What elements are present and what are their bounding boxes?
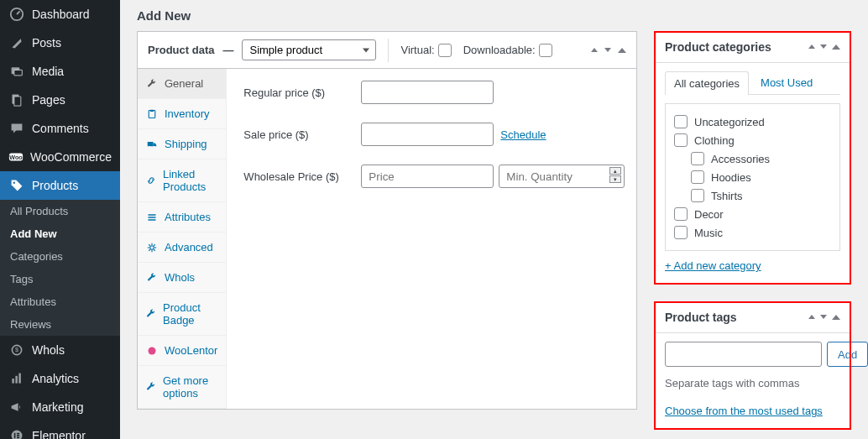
cat-item-decor[interactable]: Decor (674, 205, 831, 223)
move-up-icon[interactable] (808, 315, 815, 319)
menu-label: Media (32, 65, 64, 78)
menu-woocommerce[interactable]: WooWooCommerce (0, 143, 120, 171)
tab-linked[interactable]: Linked Products (138, 159, 226, 202)
menu-label: Elementor (32, 429, 86, 439)
downloadable-checkbox[interactable] (539, 44, 552, 57)
cat-checkbox[interactable] (674, 133, 688, 147)
products-icon (8, 177, 25, 194)
menu-media[interactable]: Media (0, 57, 120, 86)
cat-tab-all[interactable]: All categories (665, 71, 749, 95)
tab-inventory[interactable]: Inventory (138, 99, 226, 129)
submenu-add-new[interactable]: Add New (0, 222, 120, 245)
add-tag-button[interactable]: Add (827, 342, 868, 367)
menu-label: Posts (32, 36, 61, 50)
woocommerce-icon: Woo (8, 149, 24, 165)
menu-whols[interactable]: $Whols (0, 336, 120, 364)
spinner-up[interactable]: ▴ (609, 167, 621, 175)
spinner-down[interactable]: ▾ (609, 175, 621, 183)
move-down-icon[interactable] (820, 44, 827, 49)
svg-rect-23 (149, 214, 156, 216)
wholesale-price-input[interactable] (361, 165, 494, 188)
wrench-icon (146, 78, 158, 90)
pin-icon (8, 34, 25, 51)
choose-tags-link[interactable]: Choose from the most used tags (665, 405, 823, 417)
sale-price-input[interactable] (361, 123, 494, 146)
product-data-fields: Regular price ($) Sale price ($) Schedul… (227, 69, 641, 409)
virtual-checkbox[interactable] (438, 44, 452, 57)
cat-item-clothing[interactable]: Clothing (674, 131, 831, 149)
menu-analytics[interactable]: Analytics (0, 364, 120, 393)
menu-marketing[interactable]: Marketing (0, 393, 120, 421)
tab-badge[interactable]: Product Badge (138, 293, 226, 336)
downloadable-label[interactable]: Downloadable: (463, 44, 552, 57)
woolentor-icon (146, 345, 158, 357)
menu-products[interactable]: Products (0, 171, 120, 200)
cat-tab-most-used[interactable]: Most Used (752, 71, 821, 95)
svg-rect-17 (17, 437, 19, 439)
media-icon (8, 63, 25, 80)
cat-checkbox[interactable] (674, 226, 688, 239)
tab-more-options[interactable]: Get more options (138, 366, 226, 409)
toggle-panel-icon[interactable] (832, 44, 840, 50)
move-up-icon[interactable] (808, 44, 815, 49)
tag-input[interactable] (665, 342, 822, 367)
cat-item-tshirts[interactable]: Tshirts (691, 186, 831, 205)
cat-item-uncategorized[interactable]: Uncategorized (674, 112, 831, 131)
move-down-icon[interactable] (820, 315, 827, 319)
menu-pages[interactable]: Pages (0, 86, 120, 114)
tab-general[interactable]: General (138, 69, 226, 99)
svg-rect-10 (12, 379, 13, 384)
submenu-reviews[interactable]: Reviews (0, 313, 120, 336)
tags-title: Product tags (665, 311, 737, 324)
svg-rect-11 (15, 376, 17, 384)
wholesale-qty-input[interactable] (499, 165, 625, 188)
regular-price-input[interactable] (361, 81, 494, 104)
cat-item-hoodies[interactable]: Hoodies (691, 168, 831, 186)
submenu-tags[interactable]: Tags (0, 268, 120, 290)
virtual-label[interactable]: Virtual: (400, 44, 451, 57)
toggle-panel-icon[interactable] (832, 315, 840, 320)
svg-rect-16 (17, 435, 19, 436)
cat-checkbox[interactable] (674, 207, 688, 221)
tab-woolentor[interactable]: WooLentor (138, 336, 226, 366)
cat-item-accessories[interactable]: Accessories (691, 149, 831, 168)
menu-dashboard[interactable]: Dashboard (0, 0, 120, 29)
product-data-tabs: General Inventory Shipping Linked Produc… (138, 69, 227, 409)
move-down-icon[interactable] (604, 48, 611, 52)
tab-whols[interactable]: Whols (138, 263, 226, 293)
svg-rect-15 (17, 433, 19, 435)
tab-advanced[interactable]: Advanced (138, 233, 226, 263)
clipboard-icon (146, 108, 158, 120)
svg-point-26 (150, 245, 154, 249)
move-up-icon[interactable] (591, 48, 598, 52)
submenu-categories[interactable]: Categories (0, 245, 120, 268)
whols-icon: $ (8, 342, 25, 358)
cat-checkbox[interactable] (691, 152, 704, 165)
svg-text:$: $ (15, 346, 18, 353)
submenu-all-products[interactable]: All Products (0, 200, 120, 222)
menu-elementor[interactable]: Elementor (0, 421, 120, 439)
cat-checkbox[interactable] (691, 170, 704, 184)
schedule-link[interactable]: Schedule (500, 128, 546, 141)
menu-label: Products (32, 179, 78, 192)
menu-posts[interactable]: Posts (0, 29, 120, 57)
submenu-attributes[interactable]: Attributes (0, 290, 120, 313)
main-content: Add New Product data — Simple product (120, 0, 868, 439)
svg-rect-25 (149, 219, 156, 221)
tab-shipping[interactable]: Shipping (138, 129, 226, 159)
menu-comments[interactable]: Comments (0, 114, 120, 143)
cat-item-music[interactable]: Music (674, 223, 831, 242)
add-category-link[interactable]: + Add new category (665, 259, 761, 272)
tag-help-text: Separate tags with commas (665, 377, 840, 389)
tab-attributes[interactable]: Attributes (138, 202, 226, 233)
svg-point-21 (149, 145, 150, 147)
list-icon (146, 212, 158, 223)
cat-checkbox[interactable] (691, 189, 704, 202)
link-icon (146, 175, 156, 186)
product-type-select[interactable]: Simple product (242, 39, 376, 60)
svg-point-27 (149, 347, 156, 354)
svg-rect-14 (14, 433, 16, 438)
toggle-panel-icon[interactable] (618, 48, 626, 53)
megaphone-icon (8, 399, 25, 415)
cat-checkbox[interactable] (674, 115, 688, 128)
